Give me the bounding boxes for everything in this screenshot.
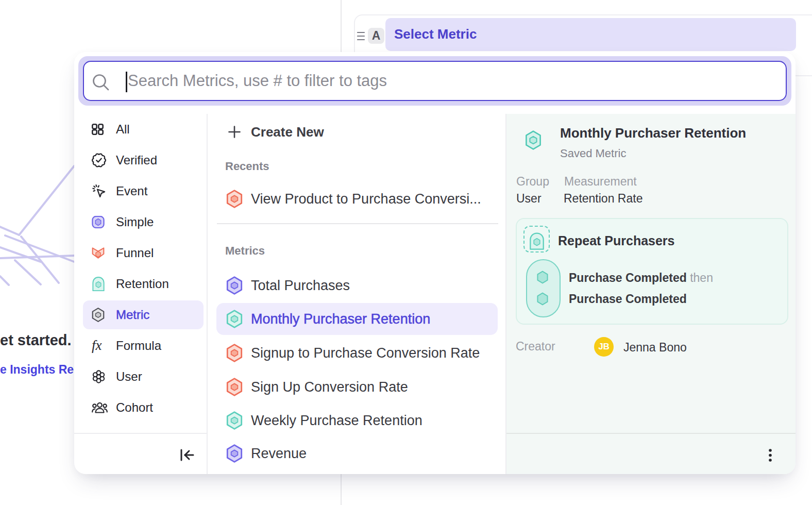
svg-text:fx: fx [92,338,102,353]
